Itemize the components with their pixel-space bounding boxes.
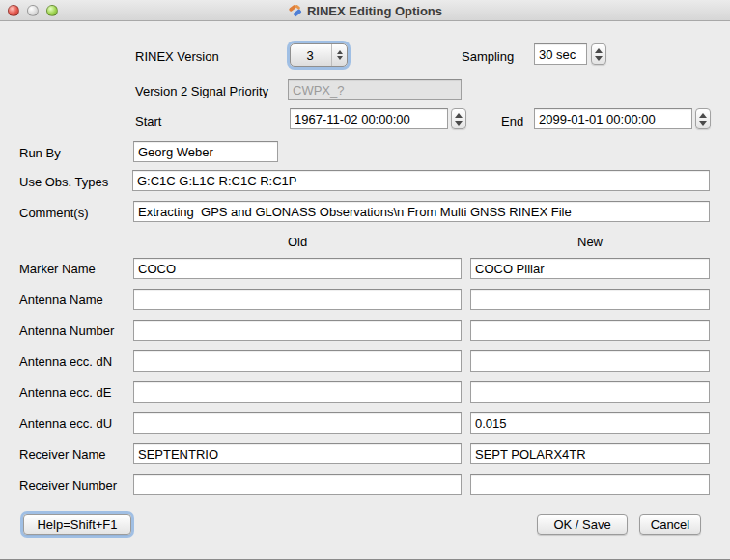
edit-row-new-input[interactable] [470, 320, 710, 341]
arrow-down-icon[interactable] [699, 121, 707, 126]
ok-save-button[interactable]: OK / Save [537, 514, 628, 535]
help-button-label: Help=Shift+F1 [37, 518, 117, 532]
edit-row-new-input[interactable] [470, 443, 710, 464]
sampling-label: Sampling [462, 49, 514, 64]
titlebar[interactable]: RINEX Editing Options [0, 0, 730, 21]
window-title: RINEX Editing Options [307, 4, 442, 18]
edit-row-label: Antenna ecc. dN [19, 354, 127, 369]
old-column-header: Old [288, 235, 307, 249]
signal-priority-label: Version 2 Signal Priority [135, 84, 268, 98]
edit-row-label: Antenna ecc. dE [19, 385, 127, 400]
edit-row: Antenna ecc. dE [0, 377, 730, 407]
end-stepper[interactable] [695, 108, 711, 129]
sampling-input[interactable] [534, 43, 587, 65]
new-column-header: New [577, 235, 603, 249]
signal-priority-input [288, 79, 462, 100]
start-datetime-input[interactable] [290, 108, 448, 129]
arrow-up-icon[interactable] [699, 113, 707, 118]
cancel-button[interactable]: Cancel [639, 514, 701, 535]
edit-row-old-input[interactable] [133, 258, 462, 279]
edit-row: Receiver Name [0, 438, 730, 469]
rinex-version-label: RINEX Version [135, 49, 219, 64]
use-obs-types-label: Use Obs. Types [19, 175, 108, 189]
edit-row-old-input[interactable] [133, 474, 462, 495]
sampling-stepper[interactable] [591, 43, 606, 65]
use-obs-types-input[interactable] [132, 170, 710, 191]
rinex-editing-options-dialog: RINEX Editing Options RINEX Version 3 Sa… [0, 0, 730, 560]
edit-row: Antenna Name [0, 284, 730, 315]
arrow-up-icon[interactable] [595, 48, 603, 53]
edit-row: Antenna Number [0, 315, 730, 346]
help-button[interactable]: Help=Shift+F1 [23, 514, 131, 535]
run-by-label: Run By [19, 146, 61, 160]
edit-row-new-input[interactable] [470, 350, 710, 372]
arrow-down-icon[interactable] [455, 121, 463, 126]
rinex-version-spinbox[interactable]: 3 [290, 43, 348, 67]
edit-row-old-input[interactable] [133, 443, 462, 464]
ok-save-button-label: OK / Save [553, 518, 610, 532]
edit-row-old-input[interactable] [133, 412, 462, 434]
edit-row-label: Marker Name [19, 262, 127, 276]
edit-row-old-input[interactable] [133, 381, 462, 403]
run-by-input[interactable] [133, 141, 278, 162]
arrow-up-icon[interactable] [455, 113, 463, 118]
edit-row-label: Receiver Name [19, 447, 127, 462]
edit-row-old-input[interactable] [133, 320, 462, 341]
edit-row-old-input[interactable] [133, 350, 462, 372]
end-label: End [501, 114, 523, 128]
edit-row-new-input[interactable] [470, 474, 710, 495]
edit-row: Antenna ecc. dU [0, 407, 730, 438]
arrow-down-icon[interactable] [595, 56, 603, 61]
edit-row-old-input[interactable] [133, 289, 462, 310]
start-stepper[interactable] [451, 108, 466, 129]
cancel-button-label: Cancel [651, 518, 689, 532]
edit-row: Marker Name [0, 253, 730, 284]
edit-row: Receiver Number [0, 469, 730, 500]
editing-rows: Marker Name Antenna Name Antenna Number … [0, 253, 730, 500]
end-datetime-input[interactable] [534, 108, 692, 129]
edit-row-new-input[interactable] [470, 381, 710, 403]
edit-row: Antenna ecc. dN [0, 346, 730, 377]
start-label: Start [135, 114, 161, 128]
edit-row-label: Antenna ecc. dU [19, 416, 127, 431]
edit-row-new-input[interactable] [470, 258, 710, 279]
arrow-up-icon[interactable] [337, 50, 343, 54]
edit-row-new-input[interactable] [470, 289, 710, 310]
edit-row-label: Antenna Name [19, 293, 127, 307]
app-icon [288, 4, 302, 18]
spinbox-arrows-icon[interactable] [331, 44, 347, 66]
edit-row-label: Antenna Number [19, 323, 127, 338]
edit-row-new-input[interactable] [470, 412, 710, 434]
arrow-down-icon[interactable] [337, 56, 343, 60]
comments-input[interactable] [133, 201, 710, 222]
edit-row-label: Receiver Number [19, 478, 127, 492]
rinex-version-value: 3 [291, 48, 331, 63]
comments-label: Comment(s) [19, 206, 89, 220]
